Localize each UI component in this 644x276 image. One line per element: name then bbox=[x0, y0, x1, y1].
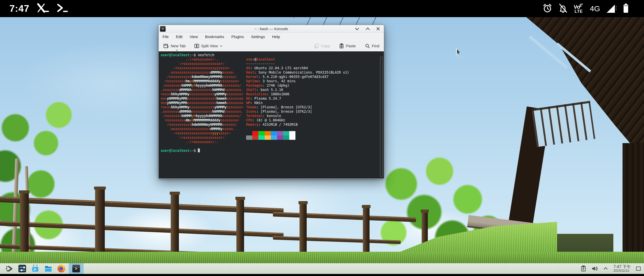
wallpaper-fence-post bbox=[363, 208, 370, 254]
minimize-button[interactable] bbox=[354, 27, 360, 31]
android-nav-strip bbox=[0, 274, 644, 276]
close-button[interactable] bbox=[376, 27, 380, 31]
menu-bookmarks[interactable]: Bookmarks bbox=[203, 34, 226, 40]
volume-icon[interactable] bbox=[591, 266, 598, 272]
android-status-bar: 7:47 bbox=[0, 0, 644, 17]
terminal-color-block bbox=[277, 135, 283, 140]
terminal-color-block bbox=[283, 135, 289, 140]
neofetch-ascii-logo: .-/+oossssoo+/-. `:+ssssssssssssssssss+:… bbox=[161, 57, 243, 144]
plasma-panel: > 7:47 下午 2023/11/12 bbox=[0, 263, 644, 274]
firefox-icon[interactable] bbox=[57, 265, 65, 272]
application-launcher-icon[interactable] bbox=[5, 265, 13, 272]
battery-icon bbox=[623, 3, 629, 14]
terminal-prompt-line: user@localhost:~$ neofetch bbox=[161, 53, 214, 57]
new-tab-dropdown-icon[interactable] bbox=[176, 49, 178, 51]
terminal-color-block bbox=[289, 135, 295, 140]
termux-x11-icon bbox=[37, 3, 50, 14]
notifications-off-icon bbox=[558, 3, 568, 14]
alarm-icon bbox=[543, 3, 552, 14]
terminal-color-block bbox=[258, 135, 264, 140]
paste-button[interactable]: Paste bbox=[338, 42, 356, 50]
menu-view[interactable]: View bbox=[188, 34, 200, 40]
terminal-scrollbar[interactable] bbox=[380, 56, 383, 177]
terminal-color-block bbox=[271, 131, 277, 135]
menu-settings[interactable]: Settings bbox=[249, 34, 267, 40]
discover-icon[interactable] bbox=[31, 265, 39, 272]
maximize-button[interactable] bbox=[365, 27, 370, 31]
terminal-view[interactable]: user@localhost:~$ neofetch .-/+oossssoo+… bbox=[159, 51, 384, 178]
signal-icon bbox=[606, 4, 617, 13]
terminal-color-block bbox=[265, 135, 271, 140]
konsole-window: > ~ : bash — Konsole FileEditViewBookmar… bbox=[158, 25, 384, 179]
network-type-4g: 4G bbox=[590, 4, 600, 13]
neofetch-info: user@localhost--------------OS: Ubuntu 2… bbox=[246, 57, 349, 140]
konsole-taskbar-entry[interactable]: > bbox=[69, 263, 84, 274]
screen: 7:47 bbox=[0, 0, 644, 276]
new-tab-button[interactable]: New Tab bbox=[162, 42, 187, 50]
terminal-prompt-line: user@localhost:~$ bbox=[161, 148, 200, 153]
find-button[interactable]: Find bbox=[364, 42, 380, 50]
split-view-button[interactable]: Split View bbox=[193, 42, 224, 50]
window-titlebar[interactable]: > ~ : bash — Konsole bbox=[159, 25, 384, 33]
dolphin-icon[interactable] bbox=[44, 265, 52, 272]
terminal-color-block bbox=[246, 135, 252, 140]
copy-button[interactable]: Copy bbox=[313, 42, 331, 50]
terminal-color-block bbox=[252, 135, 258, 140]
digital-clock[interactable]: 7:47 下午 2023/11/12 bbox=[613, 265, 631, 272]
terminal-color-block bbox=[252, 131, 258, 135]
terminal-cursor bbox=[198, 148, 200, 152]
window-title: ~ : bash — Konsole bbox=[159, 27, 384, 31]
terminal-color-block bbox=[283, 131, 289, 135]
terminal-color-block bbox=[277, 131, 283, 135]
terminal-color-block bbox=[246, 131, 252, 135]
wallpaper-lattice-railing bbox=[532, 101, 595, 147]
terminal-color-block bbox=[289, 131, 295, 135]
menu-help[interactable]: Help bbox=[270, 34, 282, 40]
terminal-color-block bbox=[258, 131, 264, 135]
clipboard-icon[interactable] bbox=[581, 266, 586, 272]
volte-icon: Vo LTE bbox=[574, 4, 584, 14]
menu-file[interactable]: File bbox=[161, 34, 170, 40]
menu-plugins[interactable]: Plugins bbox=[229, 34, 246, 40]
wallpaper-fence-post bbox=[300, 204, 307, 259]
system-settings-icon[interactable] bbox=[18, 265, 26, 272]
expand-tray-icon[interactable] bbox=[603, 267, 608, 270]
menu-bar: FileEditViewBookmarksPluginsSettingsHelp bbox=[159, 33, 384, 40]
wallpaper-wooden-post bbox=[623, 143, 644, 266]
toolbar: New Tab Split View Copy bbox=[159, 40, 384, 51]
menu-edit[interactable]: Edit bbox=[174, 34, 184, 40]
terminal-color-block bbox=[271, 135, 277, 140]
termux-icon bbox=[56, 3, 69, 14]
status-time: 7:47 bbox=[9, 3, 29, 14]
konsole-icon: > bbox=[72, 265, 80, 272]
show-desktop-widget[interactable] bbox=[636, 266, 641, 271]
terminal-color-block bbox=[265, 131, 271, 135]
